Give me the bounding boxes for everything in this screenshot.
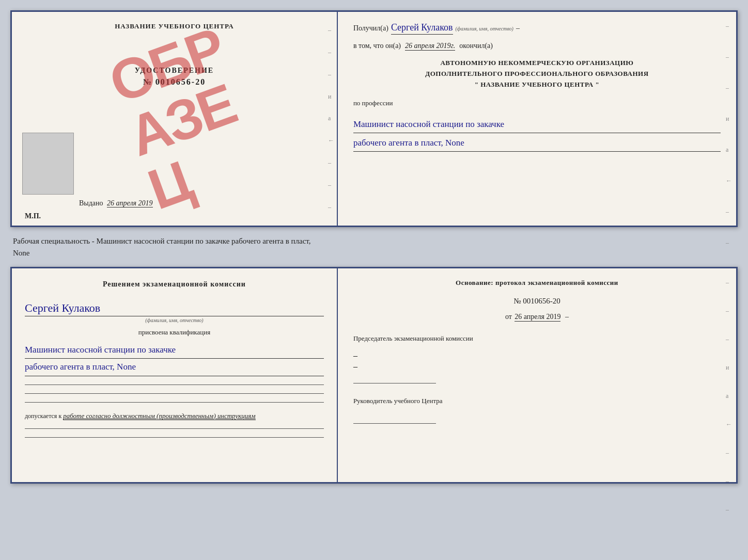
bottom-line-1 (25, 385, 324, 385)
top-doc-left: НАЗВАНИЕ УЧЕБНОГО ЦЕНТРА ОБР АЗЕ Ц УДОСТ… (12, 12, 338, 226)
bottom-document: Решением экзаменационной комиссии Сергей… (10, 267, 738, 484)
sig-line-2 (353, 423, 436, 424)
top-document: НАЗВАНИЕ УЧЕБНОГО ЦЕНТРА ОБР АЗЕ Ц УДОСТ… (10, 10, 738, 227)
po-professii-label: по профессии (353, 99, 721, 107)
commission-title: Решением экзаменационной комиссии (25, 279, 324, 290)
org-block: АВТОНОМНУЮ НЕКОММЕРЧЕСКУЮ ОРГАНИЗАЦИЮ ДО… (353, 58, 721, 90)
vydano-line: Выдано 26 апреля 2019 (79, 199, 153, 207)
dopuskaetsya-block: допускается к работе согласно должностны… (25, 412, 324, 420)
udostoverenie-num: № 0010656-20 (25, 77, 324, 87)
person-name-block: Сергей Кулаков (фамилия, имя, отчество) (25, 299, 324, 323)
photo-placeholder (22, 133, 74, 195)
osnovanie-title: Основание: протокол экзаменационной коми… (353, 279, 721, 287)
predsedatel-label: Председатель экзаменационной комиссии (353, 333, 721, 344)
rukovoditel-label: Руководитель учебного Центра (353, 396, 721, 406)
bottom-line-5 (25, 437, 324, 438)
right-dashes-3: – – – и а ← – – – (726, 279, 732, 514)
mp-line: М.П. (25, 212, 41, 220)
bottom-doc-right: Основание: протокол экзаменационной коми… (338, 268, 736, 482)
qualification-lines: Машинист насосной станции по закачке раб… (25, 342, 324, 376)
vtom-line: в том, что он(а) 26 апреля 2019г. окончи… (353, 42, 721, 51)
protocol-num: № 0010656-20 (353, 297, 721, 306)
prisvoena-label: присвоена квалификация (25, 328, 324, 337)
bottom-doc-left: Решением экзаменационной комиссии Сергей… (12, 268, 338, 482)
top-doc-right: Получил(а) Сергей Кулаков (фамилия, имя,… (338, 12, 736, 226)
sample-stamp: ОБР АЗЕ Ц (103, 19, 269, 218)
udostoverenie-title: УДОСТОВЕРЕНИЕ (25, 67, 324, 75)
page-container: НАЗВАНИЕ УЧЕБНОГО ЦЕНТРА ОБР АЗЕ Ц УДОСТ… (10, 10, 738, 484)
bottom-line-2 (25, 393, 324, 394)
middle-text-block: Рабочая специальность - Машинист насосно… (10, 231, 738, 263)
ot-date-line: от 26 апреля 2019 – (353, 313, 721, 321)
udostoverenie-block: УДОСТОВЕРЕНИЕ № 0010656-20 (25, 67, 324, 87)
right-dashes-2: – – – и а ← – – – (726, 22, 732, 278)
top-left-title: НАЗВАНИЕ УЧЕБНОГО ЦЕНТРА (25, 22, 324, 30)
sig-line-1 (353, 383, 436, 383)
right-dashes: – – – и а ← – – – (328, 12, 334, 226)
profession-lines-top: Машинист насосной станции по закачке раб… (353, 115, 721, 151)
predsedatel-sig: – – (353, 351, 721, 383)
poluchil-line: Получил(а) Сергей Кулаков (фамилия, имя,… (353, 22, 721, 35)
recipient-name-top: Сергей Кулаков (391, 22, 453, 35)
bottom-line-3 (25, 402, 324, 403)
bottom-line-4 (25, 428, 324, 429)
